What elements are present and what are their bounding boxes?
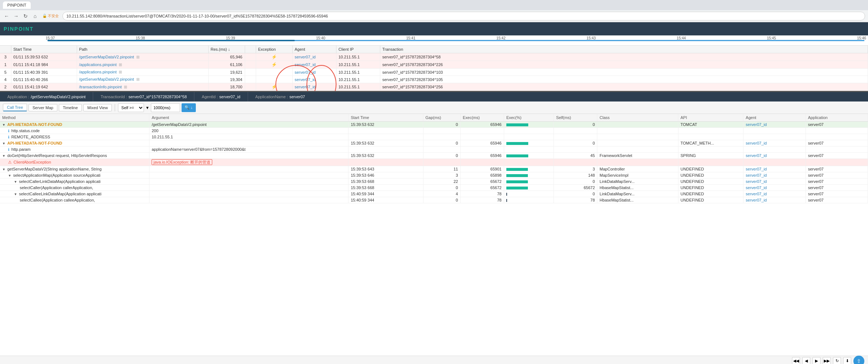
agent-link[interactable]: server07_id xyxy=(295,70,316,74)
th-exec-pct: Exec(%) xyxy=(504,114,553,122)
scroll-to-top-button[interactable]: ⇧ xyxy=(853,356,864,364)
tx-path-link[interactable]: /transactionInfo.pinpoint xyxy=(79,85,122,89)
address-bar[interactable] xyxy=(62,12,865,20)
download-button[interactable]: ⬇ xyxy=(843,357,851,364)
ct-argument: 10.211.55.1 xyxy=(149,134,349,140)
tx-path-link[interactable]: /getServerMapDataV2.pinpoint xyxy=(79,55,134,59)
transaction-value: server07_id^1578728287304^58 xyxy=(129,95,187,99)
agent-link[interactable]: server07_id xyxy=(295,55,316,59)
reload-button[interactable]: ↻ xyxy=(22,12,29,20)
tx-bar xyxy=(245,53,256,61)
calltree-row[interactable]: ℹ REMOTE_ADDRESS 10.211.55.1 xyxy=(0,134,868,140)
logo: PINPOINT xyxy=(4,26,34,32)
copy-icon[interactable]: ⊞ xyxy=(136,77,140,81)
agent-label: AgentId : xyxy=(202,95,218,99)
ct-class xyxy=(597,159,678,166)
col-client-ip: Client IP xyxy=(336,46,380,53)
tx-num: 3 xyxy=(0,53,11,61)
ct-method: ▼ selectCallerLinkDataMap(Application ap… xyxy=(0,179,149,185)
calltree-row[interactable]: selectCaller(Application callerApplicati… xyxy=(0,185,868,191)
th-application: Application xyxy=(806,114,868,122)
ct-agent-link[interactable]: server07_id xyxy=(746,141,766,145)
ct-agent-link[interactable]: server07_id xyxy=(746,122,766,127)
calltree-row[interactable]: ℹ http.status.code 200 xyxy=(0,128,868,134)
ct-exec-pct xyxy=(504,197,553,203)
last-page-button[interactable]: ▶▶ xyxy=(823,357,831,364)
calltree-row[interactable]: ▼ API-METADATA-NOT-FOUND /getServerMapDa… xyxy=(0,122,868,128)
calltree-row[interactable]: ▼ selectCalleeLinkDataMap(Application ap… xyxy=(0,191,868,197)
copy-icon[interactable]: ⊞ xyxy=(119,62,122,67)
ct-argument: 200 xyxy=(149,128,349,134)
browser-tab[interactable]: PINPOINT xyxy=(3,1,31,9)
ct-agent: server07_id xyxy=(743,122,806,128)
ct-gap: 22 xyxy=(423,179,460,185)
tx-row[interactable]: 2 01/11 15:41:19 642 /transactionInfo.pi… xyxy=(0,83,868,91)
th-self: Self(ms) xyxy=(554,114,597,122)
ct-api: UNDEFINED xyxy=(678,179,743,185)
tx-row[interactable]: 5 01/11 15:40:39 391 /applications.pinpo… xyxy=(0,69,868,76)
calltree-row[interactable]: ℹ http.param applicationName=server07&fr… xyxy=(0,146,868,153)
ct-exec-pct xyxy=(504,166,553,172)
copy-icon[interactable]: ⊞ xyxy=(119,70,122,74)
ct-agent: server07_id xyxy=(743,153,806,159)
tx-path: /applications.pinpoint ⊞ xyxy=(77,61,208,69)
ct-agent-link[interactable]: server07_id xyxy=(746,153,766,158)
appname-label: ApplicationName : xyxy=(255,95,288,99)
tx-path-link[interactable]: /getServerMapDataV2.pinpoint xyxy=(79,77,134,81)
tx-row[interactable]: 1 01/11 15:41:18 984 /applications.pinpo… xyxy=(0,61,868,69)
ct-exec-ms xyxy=(460,146,504,153)
exception-icon: ⚡ xyxy=(271,62,277,67)
ct-agent-link[interactable]: server07_id xyxy=(746,185,766,190)
next-page-button[interactable]: ▶ xyxy=(812,357,821,364)
tx-start-time: 01/11 15:39:53 632 xyxy=(11,53,77,61)
app-header: PINPOINT xyxy=(0,22,868,35)
calltree-container[interactable]: Method Argument Start Time Gap(ms) Exec(… xyxy=(0,114,868,356)
info-agent: AgentId : server07_id xyxy=(194,92,248,101)
copy-icon[interactable]: ⊞ xyxy=(124,85,127,89)
calltree-header-row: Method Argument Start Time Gap(ms) Exec(… xyxy=(0,114,868,122)
prev-page-button[interactable]: ◀ xyxy=(802,357,810,364)
ct-agent-link[interactable]: server07_id xyxy=(746,198,766,202)
tab-server-map[interactable]: Server Map xyxy=(28,104,57,111)
home-button[interactable]: ⌂ xyxy=(31,12,39,20)
ct-exec-ms: 65672 xyxy=(460,179,504,185)
ct-agent-link[interactable]: server07_id xyxy=(746,167,766,171)
refresh-button[interactable]: ↻ xyxy=(833,357,841,364)
appname-value: server07 xyxy=(289,95,305,99)
ct-method: selectCaller(Application callerApplicati… xyxy=(0,185,149,191)
bottom-bar: ◀◀ ◀ ▶ ▶▶ ↻ ⬇ ⇧ xyxy=(0,356,868,364)
calltree-row[interactable]: ▼ API-METADATA-NOT-FOUND 15:39:53 632 0 … xyxy=(0,140,868,146)
calltree-row[interactable]: ▼ selectCallerLinkDataMap(Application ap… xyxy=(0,179,868,185)
info-bar: Application : /getServerMapDataV2.pinpoi… xyxy=(0,92,868,101)
ct-start-time: 15:39:53 668 xyxy=(349,179,423,185)
agent-link[interactable]: server07_id xyxy=(295,62,316,67)
calltree-row[interactable]: ▼ doGet(HttpServletRequest request, Http… xyxy=(0,153,868,159)
ct-api xyxy=(678,128,743,134)
search-button[interactable]: 🔍 ↓ xyxy=(182,103,196,112)
tx-path-link[interactable]: /applications.pinpoint xyxy=(79,70,117,74)
th-agent: Agent xyxy=(743,114,806,122)
tab-timeline[interactable]: Timeline xyxy=(59,104,82,111)
calltree-row[interactable]: selectCallee(Application calleeApplicati… xyxy=(0,197,868,203)
agent-link[interactable]: server07_id xyxy=(295,85,316,89)
ct-agent-link[interactable]: server07_id xyxy=(746,179,766,184)
agent-link[interactable]: server07_id xyxy=(295,77,316,82)
ct-agent-link[interactable]: server07_id xyxy=(746,192,766,196)
ct-agent-link[interactable]: server07_id xyxy=(746,173,766,177)
filter-value-input[interactable] xyxy=(151,103,180,112)
tx-row[interactable]: 4 01/11 15:40:40 266 /getServerMapDataV2… xyxy=(0,76,868,83)
calltree-row[interactable]: ⚠ ClientAbortException java.io.IOExcepti… xyxy=(0,159,868,166)
tx-row[interactable]: 3 01/11 15:39:53 632 /getServerMapDataV2… xyxy=(0,53,868,61)
calltree-row[interactable]: ▼ getServerMapDataV2(String applicationN… xyxy=(0,166,868,172)
tab-call-tree[interactable]: Call Tree xyxy=(3,104,27,111)
transaction-table: Start Time Path Res.(ms) ↓ Exception Age… xyxy=(0,46,868,91)
ct-api xyxy=(678,159,743,166)
back-button[interactable]: ← xyxy=(3,12,10,20)
copy-icon[interactable]: ⊞ xyxy=(136,55,140,59)
tx-path-link[interactable]: /applications.pinpoint xyxy=(79,62,117,67)
forward-button[interactable]: → xyxy=(12,12,20,20)
tab-mixed-view[interactable]: Mixed View xyxy=(83,104,112,111)
first-page-button[interactable]: ◀◀ xyxy=(792,357,800,364)
calltree-row[interactable]: ▼ selectApplicationMap(Application sourc… xyxy=(0,172,868,179)
self-filter-dropdown[interactable]: Self >= Self <= Exec >= xyxy=(118,103,144,112)
